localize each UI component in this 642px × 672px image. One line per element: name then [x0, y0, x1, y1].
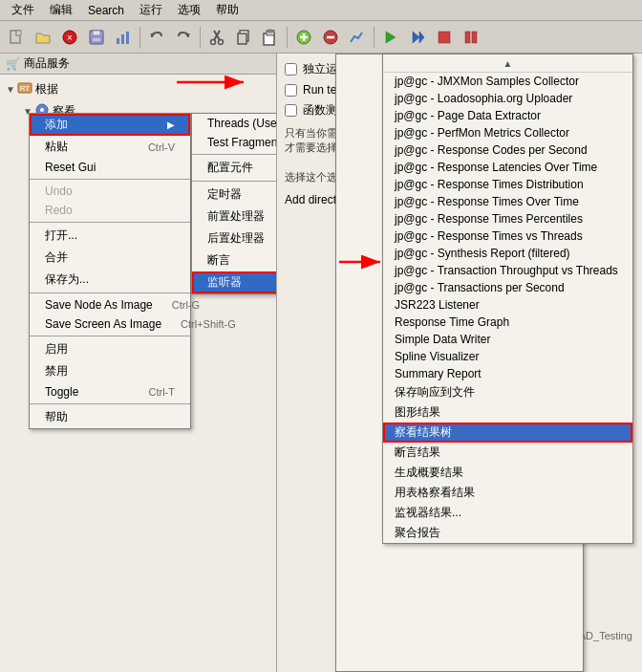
- menu-edit[interactable]: 编辑: [42, 0, 80, 20]
- submenu2-item-label-11: jp@gc - Transaction Throughput vs Thread…: [395, 264, 618, 277]
- ctx-disable[interactable]: 禁用: [30, 360, 190, 382]
- context-menu: 添加 ▶ 粘贴 Ctrl-V Reset Gui Undo Redo 打开...: [29, 113, 191, 429]
- submenu2-item-22[interactable]: 生成概要结果: [383, 463, 632, 483]
- checkbox-independent[interactable]: [285, 63, 297, 76]
- new-button[interactable]: [4, 25, 29, 50]
- stop-button[interactable]: ×: [57, 25, 82, 50]
- ctx-enable[interactable]: 启用: [30, 338, 190, 360]
- ctx-toggle-shortcut: Ctrl-T: [149, 386, 176, 398]
- submenu2-item-14[interactable]: Response Time Graph: [383, 314, 632, 331]
- submenu2-item-0[interactable]: jp@gc - JMXMon Samples Collector: [383, 73, 632, 90]
- submenu2-item-10[interactable]: jp@gc - Synthesis Report (filtered): [383, 245, 632, 262]
- left-panel: 🛒 商品服务 ▼ RT 根据 ▼ 察看: [0, 54, 277, 672]
- submenu1-testfragment[interactable]: Test Fragment: [192, 133, 277, 152]
- submenu2-item-25[interactable]: 聚合报告: [383, 523, 632, 543]
- ctx-save-node[interactable]: Save Node As Image Ctrl-G: [30, 295, 190, 314]
- ctx-undo[interactable]: Undo: [30, 182, 190, 201]
- play-green-button[interactable]: [378, 25, 403, 50]
- submenu1-postprocess-label: 后置处理器: [207, 230, 265, 247]
- submenu1-preprocess[interactable]: 前置处理器 ▶: [192, 206, 277, 228]
- save-button[interactable]: [84, 25, 109, 50]
- submenu1-threads[interactable]: Threads (Users) ▶: [192, 114, 277, 133]
- redo-button[interactable]: [171, 25, 196, 50]
- ctx-save-screen-shortcut: Ctrl+Shift-G: [181, 318, 236, 330]
- submenu2-item-1[interactable]: jp@gc - Loadosophia.org Uploader: [383, 90, 632, 107]
- ctx-saveas-label: 保存为...: [45, 271, 89, 288]
- tree-root-icon: RT: [17, 80, 32, 98]
- paste-button[interactable]: [258, 25, 283, 50]
- submenu2-item-20[interactable]: 察看结果树: [383, 423, 632, 443]
- submenu2-item-label-6: jp@gc - Response Times Distribution: [395, 178, 584, 191]
- ctx-paste[interactable]: 粘贴 Ctrl-V: [30, 136, 190, 158]
- graph2-button[interactable]: [345, 25, 370, 50]
- submenu2-item-5[interactable]: jp@gc - Response Latencies Over Time: [383, 159, 632, 176]
- submenu2-item-label-25: 聚合报告: [395, 525, 440, 541]
- submenu2-overlay: ▲ jp@gc - JMXMon Samples Collectorjp@gc …: [382, 54, 633, 544]
- submenu2-item-7[interactable]: jp@gc - Response Times Over Time: [383, 193, 632, 210]
- submenu2-item-16[interactable]: Spline Visualizer: [383, 348, 632, 365]
- ctx-add-label: 添加: [45, 117, 68, 133]
- checkbox-teardown[interactable]: [285, 84, 297, 97]
- submenu2-item-23[interactable]: 用表格察看结果: [383, 483, 632, 503]
- svg-rect-15: [238, 33, 246, 44]
- ctx-open-label: 打开...: [45, 228, 77, 244]
- toolbar-separator-4: [374, 27, 374, 48]
- ctx-reset[interactable]: Reset Gui: [30, 158, 190, 177]
- ctx-saveas[interactable]: 保存为...: [30, 269, 190, 291]
- add-button[interactable]: [291, 25, 316, 50]
- open-button[interactable]: [31, 25, 55, 50]
- submenu1-assert[interactable]: 断言 ▶: [192, 249, 277, 271]
- ctx-add[interactable]: 添加 ▶: [30, 114, 190, 136]
- toolbar: ×: [0, 21, 642, 54]
- ctx-redo[interactable]: Redo: [30, 201, 190, 220]
- submenu2-item-8[interactable]: jp@gc - Response Times Percentiles: [383, 210, 632, 228]
- submenu2-item-18[interactable]: 保存响应到文件: [383, 382, 632, 402]
- menu-file[interactable]: 文件: [4, 0, 42, 20]
- undo-button[interactable]: [144, 25, 169, 50]
- submenu2-item-13[interactable]: JSR223 Listener: [383, 296, 632, 314]
- submenu2-item-3[interactable]: jp@gc - PerfMon Metrics Collector: [383, 124, 632, 141]
- ctx-enable-label: 启用: [45, 341, 68, 358]
- ctx-toggle[interactable]: Toggle Ctrl-T: [30, 382, 190, 401]
- submenu1-postprocess[interactable]: 后置处理器 ▶: [192, 228, 277, 249]
- svg-marker-25: [413, 32, 419, 43]
- menu-search[interactable]: Search: [80, 2, 132, 19]
- submenu1-config[interactable]: 配置元件 ▶: [192, 157, 277, 179]
- menu-help[interactable]: 帮助: [208, 0, 246, 20]
- ctx-sep-5: [30, 403, 190, 404]
- ctx-save-screen[interactable]: Save Screen As Image Ctrl+Shift-G: [30, 314, 190, 334]
- submenu1-timer[interactable]: 定时器 ▶: [192, 184, 277, 206]
- shutdown-button[interactable]: [459, 25, 483, 50]
- ctx-merge[interactable]: 合并: [30, 247, 190, 269]
- graph-button[interactable]: [111, 25, 136, 50]
- submenu2-item-21[interactable]: 断言结果: [383, 443, 632, 463]
- submenu2-item-12[interactable]: jp@gc - Transactions per Second: [383, 279, 632, 296]
- svg-rect-29: [472, 32, 477, 43]
- submenu2-item-17[interactable]: Summary Report: [383, 365, 632, 382]
- play-blue-button[interactable]: [405, 25, 430, 50]
- submenu1-listener[interactable]: 监听器 ▶: [192, 271, 277, 293]
- submenu2-item-19[interactable]: 图形结果: [383, 402, 632, 423]
- submenu1-sep2: [192, 181, 277, 182]
- submenu2-item-6[interactable]: jp@gc - Response Times Distribution: [383, 176, 632, 193]
- submenu2-item-label-8: jp@gc - Response Times Percentiles: [395, 212, 583, 226]
- cut-button[interactable]: [204, 25, 229, 50]
- submenu2-items-container: jp@gc - JMXMon Samples Collectorjp@gc - …: [383, 73, 632, 543]
- submenu2-item-24[interactable]: 监视器结果...: [383, 503, 632, 523]
- remove-button[interactable]: [318, 25, 343, 50]
- checkbox-functest[interactable]: [285, 104, 297, 117]
- menu-options[interactable]: 选项: [170, 0, 208, 20]
- stop-run-button[interactable]: [432, 25, 457, 50]
- tree-node-root[interactable]: ▼ RT 根据: [4, 78, 272, 100]
- copy-button[interactable]: [231, 25, 256, 50]
- menu-run[interactable]: 运行: [132, 0, 170, 20]
- svg-rect-27: [439, 32, 450, 43]
- ctx-open[interactable]: 打开...: [30, 225, 190, 247]
- submenu2-item-2[interactable]: jp@gc - Page Data Extractor: [383, 107, 632, 124]
- ctx-help[interactable]: 帮助: [30, 406, 190, 428]
- submenu2-item-11[interactable]: jp@gc - Transaction Throughput vs Thread…: [383, 262, 632, 279]
- submenu2-item-9[interactable]: jp@gc - Response Times vs Threads: [383, 228, 632, 245]
- ctx-sep-4: [30, 336, 190, 336]
- submenu2-item-4[interactable]: jp@gc - Response Codes per Second: [383, 141, 632, 159]
- submenu2-item-15[interactable]: Simple Data Writer: [383, 331, 632, 348]
